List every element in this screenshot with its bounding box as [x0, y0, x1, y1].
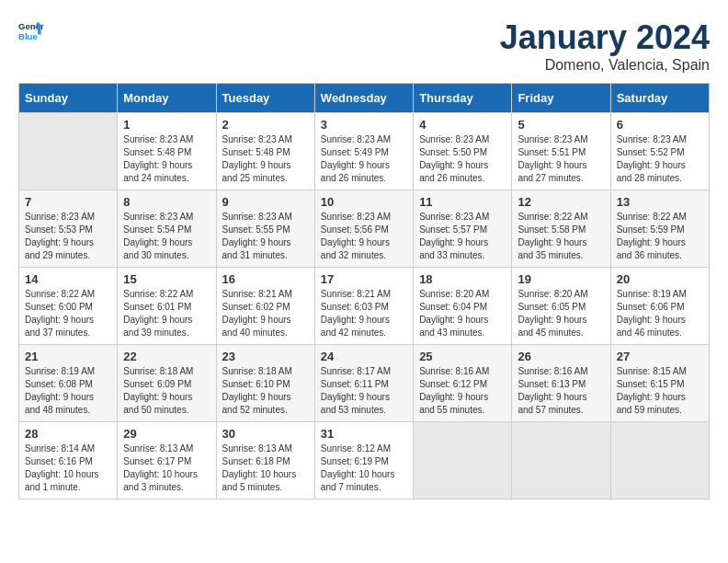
calendar-cell: 27Sunrise: 8:15 AM Sunset: 6:15 PM Dayli… [610, 345, 709, 422]
day-number: 11 [419, 195, 506, 209]
calendar-cell: 24Sunrise: 8:17 AM Sunset: 6:11 PM Dayli… [314, 345, 413, 422]
calendar-week-row: 14Sunrise: 8:22 AM Sunset: 6:00 PM Dayli… [19, 268, 710, 345]
calendar-cell: 20Sunrise: 8:19 AM Sunset: 6:06 PM Dayli… [610, 268, 709, 345]
day-number: 31 [321, 427, 407, 441]
day-number: 14 [25, 272, 111, 286]
day-info: Sunrise: 8:22 AM Sunset: 5:59 PM Dayligh… [617, 211, 703, 262]
calendar-cell: 18Sunrise: 8:20 AM Sunset: 6:04 PM Dayli… [414, 268, 512, 345]
calendar-cell: 28Sunrise: 8:14 AM Sunset: 6:16 PM Dayli… [19, 422, 118, 500]
day-number: 2 [222, 118, 309, 132]
calendar-cell [512, 422, 610, 500]
day-info: Sunrise: 8:18 AM Sunset: 6:10 PM Dayligh… [222, 365, 309, 417]
day-info: Sunrise: 8:18 AM Sunset: 6:09 PM Dayligh… [123, 365, 210, 417]
day-info: Sunrise: 8:23 AM Sunset: 5:49 PM Dayligh… [321, 133, 407, 185]
day-number: 21 [25, 350, 111, 363]
calendar-cell: 31Sunrise: 8:12 AM Sunset: 6:19 PM Dayli… [314, 422, 413, 500]
calendar-week-row: 7Sunrise: 8:23 AM Sunset: 5:53 PM Daylig… [19, 190, 710, 268]
day-number: 27 [617, 350, 703, 363]
calendar-cell [19, 113, 118, 190]
calendar-cell: 22Sunrise: 8:18 AM Sunset: 6:09 PM Dayli… [118, 345, 216, 422]
calendar-cell: 10Sunrise: 8:23 AM Sunset: 5:56 PM Dayli… [314, 190, 413, 268]
page-header: General Blue January 2024 Domeno, Valenc… [18, 18, 710, 74]
day-info: Sunrise: 8:21 AM Sunset: 6:02 PM Dayligh… [222, 288, 309, 339]
day-info: Sunrise: 8:23 AM Sunset: 5:52 PM Dayligh… [617, 133, 703, 185]
calendar-cell: 3Sunrise: 8:23 AM Sunset: 5:49 PM Daylig… [314, 113, 413, 190]
calendar-cell: 13Sunrise: 8:22 AM Sunset: 5:59 PM Dayli… [610, 190, 709, 268]
day-number: 26 [518, 350, 604, 363]
month-title: January 2024 [500, 18, 710, 57]
calendar-cell: 9Sunrise: 8:23 AM Sunset: 5:55 PM Daylig… [216, 190, 314, 268]
day-info: Sunrise: 8:19 AM Sunset: 6:06 PM Dayligh… [617, 288, 703, 339]
location-subtitle: Domeno, Valencia, Spain [500, 57, 710, 74]
day-info: Sunrise: 8:22 AM Sunset: 5:58 PM Dayligh… [518, 211, 604, 262]
calendar-cell: 17Sunrise: 8:21 AM Sunset: 6:03 PM Dayli… [314, 268, 413, 345]
weekday-header-friday: Friday [512, 84, 610, 113]
calendar-cell: 4Sunrise: 8:23 AM Sunset: 5:50 PM Daylig… [414, 113, 512, 190]
day-info: Sunrise: 8:23 AM Sunset: 5:53 PM Dayligh… [25, 211, 111, 262]
svg-text:Blue: Blue [18, 31, 38, 41]
logo-icon: General Blue [18, 18, 44, 44]
calendar-cell: 16Sunrise: 8:21 AM Sunset: 6:02 PM Dayli… [216, 268, 314, 345]
calendar-cell [414, 422, 512, 500]
day-info: Sunrise: 8:23 AM Sunset: 5:55 PM Dayligh… [222, 211, 309, 262]
calendar-cell: 2Sunrise: 8:23 AM Sunset: 5:48 PM Daylig… [216, 113, 314, 190]
calendar-cell: 6Sunrise: 8:23 AM Sunset: 5:52 PM Daylig… [610, 113, 709, 190]
day-number: 6 [617, 118, 703, 132]
day-info: Sunrise: 8:22 AM Sunset: 6:00 PM Dayligh… [25, 288, 111, 339]
weekday-header-monday: Monday [118, 84, 216, 113]
day-info: Sunrise: 8:19 AM Sunset: 6:08 PM Dayligh… [25, 365, 111, 417]
weekday-header-saturday: Saturday [610, 84, 709, 113]
day-number: 7 [25, 195, 111, 209]
day-info: Sunrise: 8:14 AM Sunset: 6:16 PM Dayligh… [25, 442, 111, 494]
logo: General Blue [18, 18, 44, 44]
day-number: 23 [222, 350, 309, 363]
calendar-cell: 21Sunrise: 8:19 AM Sunset: 6:08 PM Dayli… [19, 345, 118, 422]
calendar-cell: 26Sunrise: 8:16 AM Sunset: 6:13 PM Dayli… [512, 345, 610, 422]
day-info: Sunrise: 8:23 AM Sunset: 5:48 PM Dayligh… [222, 133, 309, 185]
day-number: 17 [321, 272, 407, 286]
calendar-cell: 15Sunrise: 8:22 AM Sunset: 6:01 PM Dayli… [118, 268, 216, 345]
day-number: 28 [25, 427, 111, 441]
calendar-cell: 14Sunrise: 8:22 AM Sunset: 6:00 PM Dayli… [19, 268, 118, 345]
calendar-cell: 19Sunrise: 8:20 AM Sunset: 6:05 PM Dayli… [512, 268, 610, 345]
calendar-cell: 12Sunrise: 8:22 AM Sunset: 5:58 PM Dayli… [512, 190, 610, 268]
calendar-cell: 8Sunrise: 8:23 AM Sunset: 5:54 PM Daylig… [118, 190, 216, 268]
day-number: 18 [419, 272, 506, 286]
day-info: Sunrise: 8:17 AM Sunset: 6:11 PM Dayligh… [321, 365, 407, 417]
day-number: 22 [123, 350, 210, 363]
weekday-header-sunday: Sunday [19, 84, 118, 113]
calendar-cell: 5Sunrise: 8:23 AM Sunset: 5:51 PM Daylig… [512, 113, 610, 190]
day-number: 16 [222, 272, 309, 286]
day-number: 15 [123, 272, 210, 286]
day-number: 4 [419, 118, 506, 132]
calendar-week-row: 28Sunrise: 8:14 AM Sunset: 6:16 PM Dayli… [19, 422, 710, 500]
title-block: January 2024 Domeno, Valencia, Spain [500, 18, 710, 74]
day-number: 30 [222, 427, 309, 441]
day-info: Sunrise: 8:20 AM Sunset: 6:04 PM Dayligh… [419, 288, 506, 339]
day-info: Sunrise: 8:21 AM Sunset: 6:03 PM Dayligh… [321, 288, 407, 339]
calendar-cell: 29Sunrise: 8:13 AM Sunset: 6:17 PM Dayli… [118, 422, 216, 500]
day-info: Sunrise: 8:13 AM Sunset: 6:18 PM Dayligh… [222, 442, 309, 494]
calendar-cell: 1Sunrise: 8:23 AM Sunset: 5:48 PM Daylig… [118, 113, 216, 190]
day-number: 24 [321, 350, 407, 363]
weekday-header-thursday: Thursday [414, 84, 512, 113]
day-info: Sunrise: 8:23 AM Sunset: 5:51 PM Dayligh… [518, 133, 604, 185]
calendar-cell: 30Sunrise: 8:13 AM Sunset: 6:18 PM Dayli… [216, 422, 314, 500]
day-info: Sunrise: 8:16 AM Sunset: 6:13 PM Dayligh… [518, 365, 604, 417]
day-number: 5 [518, 118, 604, 132]
day-number: 19 [518, 272, 604, 286]
weekday-header-wednesday: Wednesday [314, 84, 413, 113]
day-info: Sunrise: 8:23 AM Sunset: 5:54 PM Dayligh… [123, 211, 210, 262]
day-info: Sunrise: 8:23 AM Sunset: 5:48 PM Dayligh… [123, 133, 210, 185]
calendar-cell: 25Sunrise: 8:16 AM Sunset: 6:12 PM Dayli… [414, 345, 512, 422]
day-number: 10 [321, 195, 407, 209]
day-number: 25 [419, 350, 506, 363]
day-info: Sunrise: 8:15 AM Sunset: 6:15 PM Dayligh… [617, 365, 703, 417]
day-number: 12 [518, 195, 604, 209]
calendar-cell: 11Sunrise: 8:23 AM Sunset: 5:57 PM Dayli… [414, 190, 512, 268]
day-info: Sunrise: 8:23 AM Sunset: 5:57 PM Dayligh… [419, 211, 506, 262]
calendar-week-row: 1Sunrise: 8:23 AM Sunset: 5:48 PM Daylig… [19, 113, 710, 190]
day-info: Sunrise: 8:22 AM Sunset: 6:01 PM Dayligh… [123, 288, 210, 339]
day-info: Sunrise: 8:16 AM Sunset: 6:12 PM Dayligh… [419, 365, 506, 417]
day-number: 20 [617, 272, 703, 286]
